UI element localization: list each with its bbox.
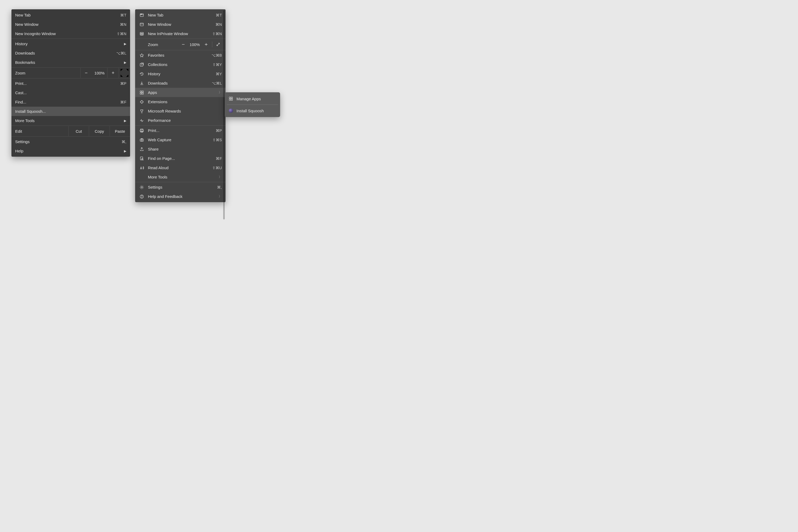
menu-label: Bookmarks <box>15 60 35 65</box>
submenu-item-manage-apps[interactable]: Manage Apps <box>226 93 279 104</box>
zoom-in-button[interactable] <box>201 41 211 48</box>
separator <box>12 78 130 78</box>
svg-rect-22 <box>229 97 231 98</box>
menu-item-extensions[interactable]: Extensions <box>135 97 226 107</box>
menu-item-bookmarks[interactable]: Bookmarks ▶ <box>12 58 130 67</box>
svg-rect-4 <box>140 23 144 26</box>
menu-item-web-capture[interactable]: Web Capture ⇧⌘S <box>135 135 226 145</box>
menu-label: Find on Page... <box>148 156 175 161</box>
menu-item-downloads[interactable]: Downloads ⌥⌘L <box>135 78 226 88</box>
menu-item-collections[interactable]: Collections ⇧⌘Y <box>135 60 226 69</box>
menu-label: Settings <box>148 185 162 189</box>
edit-row: Edit Cut Copy Paste <box>12 126 130 136</box>
menu-item-history[interactable]: History ▶ <box>12 39 130 49</box>
menu-item-find[interactable]: Find... ⌘F <box>12 97 130 107</box>
shortcut: ⌘, <box>121 140 126 144</box>
chevron-right-icon: 〉 <box>218 194 222 199</box>
menu-item-downloads[interactable]: Downloads ⌥⌘L <box>12 49 130 58</box>
menu-item-new-tab[interactable]: New Tab ⌘T <box>135 11 226 20</box>
menu-item-performance[interactable]: Performance <box>135 116 226 125</box>
separator <box>227 104 278 105</box>
shortcut: ⌘F <box>120 100 126 104</box>
shortcut: ⌘Y <box>216 72 222 76</box>
share-icon <box>139 146 145 152</box>
menu-item-print[interactable]: Print... ⌘P <box>12 79 130 88</box>
zoom-label: Zoom <box>148 42 158 47</box>
menu-item-share[interactable]: Share <box>135 145 226 154</box>
shortcut: ⌘N <box>120 22 126 26</box>
settings-icon <box>139 184 145 190</box>
menu-item-help[interactable]: Help ▶ <box>12 146 130 156</box>
shortcut: ⌘P <box>216 129 222 133</box>
menu-label: New Tab <box>15 13 31 17</box>
shortcut: ⇧⌘N <box>212 32 222 36</box>
edit-label: Edit <box>12 126 68 136</box>
zoom-in-button[interactable]: + <box>107 68 119 78</box>
favorites-icon <box>139 52 145 58</box>
menu-item-find-on-page[interactable]: Find on Page... ⌘F <box>135 154 226 163</box>
shortcut: ⌥⌘L <box>116 51 126 55</box>
new-window-icon <box>139 22 145 27</box>
inprivate-icon <box>139 31 145 37</box>
shortcut: ⌘T <box>216 13 222 17</box>
menu-item-install-squoosh[interactable]: Install Squoosh... <box>12 107 130 116</box>
svg-rect-23 <box>231 97 232 98</box>
zoom-row: Zoom 100% <box>135 39 226 50</box>
history-icon <box>139 71 145 77</box>
menu-item-favorites[interactable]: Favorites ⌥⌘B <box>135 51 226 60</box>
menu-item-new-window[interactable]: New Window ⌘N <box>135 20 226 29</box>
menu-item-settings[interactable]: Settings ⌘, <box>135 183 226 192</box>
shortcut: ⌘P <box>120 81 126 86</box>
svg-point-1 <box>141 14 141 14</box>
fullscreen-button[interactable] <box>213 41 223 48</box>
menu-label: Help <box>15 149 23 153</box>
shortcut: ⌘F <box>216 156 222 161</box>
svg-rect-9 <box>142 91 144 92</box>
zoom-value: 100% <box>92 71 107 75</box>
menu-label: Microsoft Rewards <box>148 109 181 113</box>
menu-label: Settings <box>15 139 30 144</box>
print-icon <box>139 128 145 134</box>
menu-label: New Incognito Window <box>15 32 56 36</box>
fullscreen-button[interactable] <box>119 68 130 78</box>
svg-rect-11 <box>142 93 144 94</box>
cut-button[interactable]: Cut <box>68 126 89 136</box>
menu-item-more-tools[interactable]: More Tools 〉 <box>135 172 226 182</box>
menu-item-more-tools[interactable]: More Tools ▶ <box>12 116 130 125</box>
shortcut: ⌘, <box>217 185 222 189</box>
menu-label: Favorites <box>148 53 165 57</box>
menu-item-microsoft-rewards[interactable]: Microsoft Rewards <box>135 107 226 116</box>
menu-label: Downloads <box>148 81 168 86</box>
zoom-out-button[interactable]: − <box>80 68 92 78</box>
separator <box>12 67 130 68</box>
menu-label: History <box>15 41 28 46</box>
menu-item-cast[interactable]: Cast... <box>12 88 130 97</box>
copy-button[interactable]: Copy <box>89 126 109 136</box>
menu-item-settings[interactable]: Settings ⌘, <box>12 137 130 146</box>
menu-item-new-inprivate-window[interactable]: New InPrivate Window ⇧⌘N <box>135 29 226 38</box>
squoosh-app-icon <box>228 108 234 114</box>
menu-label: New Window <box>15 22 39 26</box>
menu-label: New Window <box>148 22 171 26</box>
submenu-item-install-squoosh[interactable]: Install Squoosh <box>226 105 279 116</box>
menu-item-help-and-feedback[interactable]: Help and Feedback 〉 <box>135 192 226 201</box>
shortcut: ⇧⌘Y <box>212 62 222 67</box>
menu-label: New Tab <box>148 13 163 17</box>
menu-label: Print... <box>15 81 26 86</box>
zoom-out-button[interactable] <box>178 41 188 48</box>
read-aloud-icon <box>139 165 145 171</box>
menu-item-new-incognito-window[interactable]: New Incognito Window ⇧⌘N <box>12 29 130 38</box>
svg-rect-6 <box>141 34 142 35</box>
menu-item-read-aloud[interactable]: Read Aloud ⇧⌘U <box>135 163 226 172</box>
chevron-right-icon: ▶ <box>124 42 126 46</box>
svg-point-21 <box>141 197 142 198</box>
menu-item-apps[interactable]: Apps 〉 <box>135 88 226 97</box>
menu-item-new-window[interactable]: New Window ⌘N <box>12 20 130 29</box>
svg-rect-10 <box>140 93 141 94</box>
menu-item-history[interactable]: History ⌘Y <box>135 69 226 78</box>
paste-button[interactable]: Paste <box>110 126 130 136</box>
menu-item-print[interactable]: Print... ⌘P <box>135 126 226 135</box>
chevron-right-icon: ▶ <box>124 61 126 64</box>
menu-item-new-tab[interactable]: New Tab ⌘T <box>12 11 130 20</box>
shortcut: ⇧⌘N <box>117 32 126 36</box>
